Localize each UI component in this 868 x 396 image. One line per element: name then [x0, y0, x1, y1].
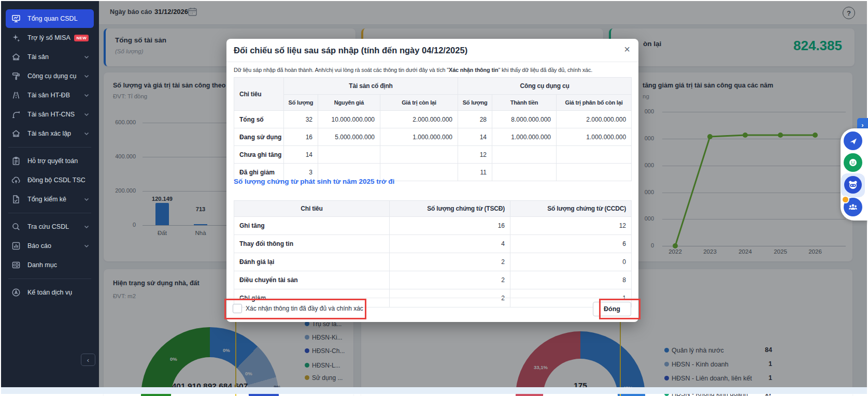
documents-section-title: Số lượng chứng từ phát sinh từ năm 2025 … — [234, 178, 394, 185]
sub-header: Giá trị còn lại — [380, 95, 458, 111]
cell: 2.000.000.000 — [380, 111, 458, 128]
column-header: Số lượng chứng từ (CCDC) — [510, 201, 632, 217]
chevron-down-icon — [83, 111, 90, 118]
sidebar-item-tra-cuu-csdl[interactable]: Tra cứu CSDL — [6, 217, 94, 236]
chat-icon — [847, 157, 859, 168]
sidebar-divider — [8, 278, 91, 279]
annotation-box-close-button — [599, 299, 641, 319]
search-icon — [11, 222, 21, 231]
sidebar-item-tong-quan-csdl[interactable]: Tổng quan CSDL — [6, 9, 94, 28]
cell: 12 — [458, 146, 492, 164]
chevron-down-icon — [83, 92, 90, 98]
megaphone-button[interactable] — [844, 131, 862, 150]
bar-chart-icon — [11, 241, 21, 251]
sidebar-item-label: Công cụ dụng cụ — [27, 72, 77, 80]
sidebar-item-label: Kế toán dịch vụ — [27, 289, 72, 296]
sidebar-item-tai-san-ht-cns[interactable]: Tài sản HT-CNS — [6, 105, 94, 124]
sidebar-divider — [8, 147, 91, 148]
description-prefix: Dữ liệu sáp nhập đã hoàn thành. Anh/chị … — [234, 67, 449, 73]
cell: 32 — [284, 111, 318, 128]
sidebar-item-label: Tài sản HT-CNS — [27, 111, 75, 118]
cell: 11 — [458, 164, 492, 181]
description-bold: Xác nhận thông tin — [449, 67, 498, 73]
sidebar-item-danh-muc[interactable]: Danh mục — [6, 256, 94, 274]
sidebar-item-label: Báo cáo — [27, 242, 51, 250]
sidebar-item-bao-cao[interactable]: Báo cáo — [6, 237, 94, 255]
group-header-ccdc: Công cụ dụng cụ — [458, 78, 632, 95]
sidebar-item-label: Đồng bộ CSDL TSC — [27, 177, 86, 184]
cell: 28 — [458, 111, 492, 128]
cell: 8.000.000.000 — [492, 111, 557, 128]
table-row: Thay đổi thông tin 4 6 — [234, 235, 632, 253]
cell: 4 — [390, 235, 510, 253]
sub-header: Nguyên giá — [318, 95, 380, 111]
group-header-tscd: Tài sản cố định — [284, 78, 458, 95]
sidebar-collapse-button[interactable]: ‹ — [81, 354, 95, 366]
column-header: Chỉ tiêu — [234, 78, 284, 111]
megaphone-icon — [849, 137, 858, 145]
row-label: Thay đổi thông tin — [234, 235, 390, 253]
chevron-down-icon — [83, 224, 90, 230]
assistant-panda-icon — [847, 179, 859, 190]
cell: 8 — [510, 271, 632, 289]
document-check-icon — [11, 195, 21, 204]
sidebar-item-tai-san-ht-db[interactable]: Tài sản HT-ĐB — [6, 86, 94, 105]
sidebar-item-tong-kiem-ke[interactable]: Tổng kiểm kê — [6, 190, 94, 209]
sidebar-item-label: Hỗ trợ quyết toán — [27, 157, 78, 165]
cell — [380, 146, 458, 164]
sidebar-item-label: Tài sản — [27, 53, 49, 61]
cell — [318, 146, 380, 164]
sidebar-item-tai-san[interactable]: Tài sản — [6, 48, 94, 66]
app-window: Ngày báo cáo 31/12/2026 ? Tổng số tài sả… — [0, 0, 868, 396]
sidebar-item-label: Tra cứu CSDL — [27, 223, 69, 230]
service-accounting-icon — [11, 288, 21, 297]
road-icon — [11, 91, 21, 100]
cell: 16 — [390, 217, 510, 235]
asset-summary-table: Chỉ tiêu Tài sản cố định Công cụ dụng cụ… — [234, 77, 632, 181]
sub-header: Thành tiền — [492, 95, 557, 111]
cell: 2.000.000.000 — [557, 111, 632, 128]
sidebar-item-label: Tổng quan CSDL — [27, 15, 78, 22]
cell — [557, 146, 632, 164]
cell: 1.000.000.000 — [380, 128, 458, 146]
reconciliation-dialog: Đối chiếu số liệu sau sáp nhập (tính đến… — [226, 39, 638, 322]
sidebar-item-dong-bo-csdl-tsc[interactable]: Đồng bộ CSDL TSC — [6, 171, 94, 189]
close-icon[interactable]: × — [624, 44, 630, 54]
sidebar-item-ke-toan-dich-vu[interactable]: Kế toán dịch vụ — [6, 283, 94, 302]
sidebar-item-label: Tài sản xác lập — [27, 130, 71, 137]
pipe-icon — [11, 110, 21, 119]
chevron-down-icon — [83, 130, 90, 137]
sidebar-item-ho-tro-quyet-toan[interactable]: Hỗ trợ quyết toán — [6, 152, 94, 170]
chat-button[interactable] — [844, 153, 862, 172]
sidebar-item-label: Tổng kiểm kê — [27, 196, 66, 203]
dialog-title: Đối chiếu số liệu sau sáp nhập (tính đến… — [234, 46, 467, 55]
sidebar-item-tai-san-xac-lap[interactable]: Tài sản xác lập — [6, 124, 94, 143]
chevron-down-icon — [83, 196, 90, 202]
sidebar-divider — [8, 213, 91, 213]
cell: 1.000.000.000 — [557, 128, 632, 146]
new-badge: NEW — [74, 35, 89, 41]
table-row: Điều chuyển tài sản 2 8 — [234, 271, 632, 289]
horizontal-scrollbar-track[interactable] — [1, 387, 867, 394]
chevron-down-icon — [83, 54, 90, 60]
cell — [557, 164, 632, 181]
table-row: Chưa ghi tăng 14 12 — [234, 146, 632, 164]
sidebar-item-label: Trợ lý số MISA AVA — [27, 34, 71, 41]
sidebar-item-cong-cu-dung-cu[interactable]: Công cụ dụng cụ — [6, 67, 94, 85]
assistant-panda-button[interactable] — [844, 176, 862, 194]
annotation-box-checkbox — [224, 299, 366, 319]
sidebar-item-label: Tài sản HT-ĐB — [27, 92, 70, 99]
sub-header: Số lượng — [458, 95, 492, 111]
cell: 0 — [510, 253, 632, 271]
sub-header: Số lượng — [284, 95, 318, 111]
row-label: Điều chuyển tài sản — [234, 271, 390, 289]
row-label: Chưa ghi tăng — [234, 146, 284, 164]
row-label: Đánh giá lại — [234, 253, 390, 271]
chevron-down-icon — [83, 73, 90, 79]
notification-dot — [842, 196, 849, 203]
sidebar-item-misa-ava[interactable]: Trợ lý số MISA AVA NEW — [6, 28, 94, 47]
chevron-down-icon — [83, 243, 90, 249]
cell — [492, 146, 557, 164]
sub-header: Giá trị phân bổ còn lại — [557, 95, 632, 111]
dialog-description: Dữ liệu sáp nhập đã hoàn thành. Anh/chị … — [234, 67, 592, 73]
